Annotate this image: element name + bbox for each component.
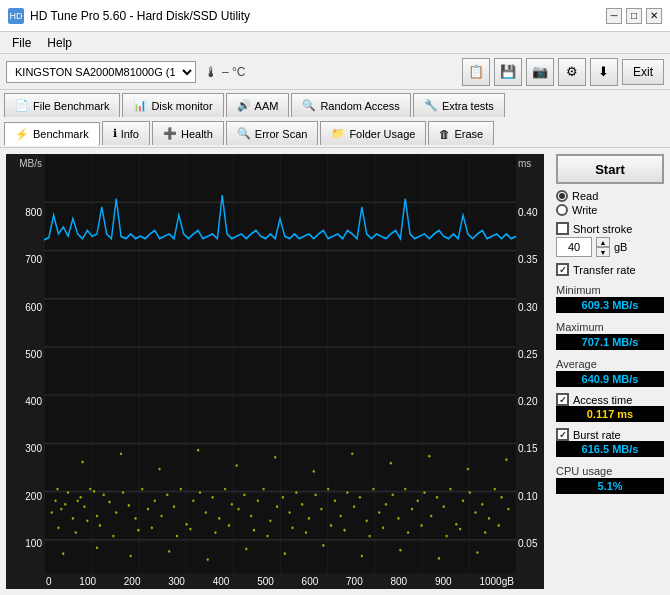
toolbar-btn-4[interactable]: ⚙	[558, 58, 586, 86]
svg-point-27	[122, 491, 124, 494]
transfer-rate-checkbox-item[interactable]: Transfer rate	[556, 263, 664, 276]
svg-point-28	[128, 504, 130, 507]
svg-point-55	[301, 503, 303, 506]
menu-file[interactable]: File	[4, 34, 39, 52]
svg-point-14	[77, 499, 79, 502]
start-button[interactable]: Start	[556, 154, 664, 184]
svg-point-48	[257, 499, 259, 502]
svg-point-118	[176, 535, 178, 538]
x-label-500: 500	[257, 576, 274, 587]
y-axis-left: MB/s 800 700 600 500 400 300 200 100	[6, 154, 44, 589]
toolbar-btn-5[interactable]: ⬇	[590, 58, 618, 86]
svg-point-85	[494, 488, 496, 491]
toolbar-btn-1[interactable]: 📋	[462, 58, 490, 86]
menu-bar: File Help	[0, 32, 670, 54]
svg-point-115	[112, 535, 114, 538]
menu-help[interactable]: Help	[39, 34, 80, 52]
tab-random-access[interactable]: 🔍 Random Access	[291, 93, 410, 117]
y-axis-right: ms 0.40 0.35 0.30 0.25 0.20 0.15 0.10 0.…	[516, 154, 544, 589]
tab-folder-usage[interactable]: 📁 Folder Usage	[320, 121, 426, 145]
svg-point-95	[322, 544, 324, 547]
svg-point-17	[96, 515, 98, 518]
benchmark-icon: ⚡	[15, 128, 29, 141]
minimize-button[interactable]: ─	[606, 8, 622, 24]
svg-point-125	[305, 531, 307, 534]
x-axis-labels: 0 100 200 300 400 500 600 700 800 900 10…	[44, 573, 516, 589]
svg-point-11	[60, 508, 62, 511]
svg-point-88	[62, 552, 64, 555]
drive-dropdown[interactable]: KINGSTON SA2000M81000G (1000 gB)	[6, 61, 196, 83]
tab-aam[interactable]: 🔊 AAM	[226, 93, 290, 117]
svg-point-131	[420, 524, 422, 527]
svg-point-38	[192, 499, 194, 502]
y-right-020: 0.20	[518, 396, 542, 407]
tab-health[interactable]: ➕ Health	[152, 121, 224, 145]
svg-point-103	[197, 449, 199, 452]
radio-read[interactable]: Read	[556, 190, 664, 202]
tab-erase[interactable]: 🗑 Erase	[428, 121, 494, 145]
svg-point-12	[67, 491, 69, 494]
svg-point-106	[313, 470, 315, 473]
spinner-down[interactable]: ▼	[596, 247, 610, 257]
access-time-checkbox	[556, 393, 569, 406]
svg-point-69	[392, 494, 394, 497]
y-left-100: 100	[8, 538, 42, 549]
svg-point-80	[462, 499, 464, 502]
exit-button[interactable]: Exit	[622, 59, 664, 85]
x-label-0: 0	[46, 576, 52, 587]
x-label-400: 400	[213, 576, 230, 587]
access-time-checkbox-item[interactable]: Access time	[556, 393, 664, 406]
svg-point-70	[397, 517, 399, 520]
y-right-035: 0.35	[518, 254, 542, 265]
svg-point-43	[224, 488, 226, 491]
nav-tabs: 📄 File Benchmark 📊 Disk monitor 🔊 AAM 🔍 …	[0, 90, 670, 148]
short-stroke-checkbox-item[interactable]: Short stroke	[556, 222, 664, 235]
toolbar: KINGSTON SA2000M81000G (1000 gB) 🌡 – °C …	[0, 54, 670, 90]
svg-point-46	[243, 494, 245, 497]
svg-point-102	[158, 468, 160, 471]
x-label-1000: 1000gB	[479, 576, 513, 587]
short-stroke-label: Short stroke	[573, 223, 632, 235]
svg-point-50	[269, 519, 271, 522]
svg-point-56	[308, 517, 310, 520]
svg-point-108	[390, 462, 392, 465]
transfer-rate-checkbox	[556, 263, 569, 276]
toolbar-btn-2[interactable]: 💾	[494, 58, 522, 86]
spinner-up[interactable]: ▲	[596, 237, 610, 247]
maximize-button[interactable]: □	[626, 8, 642, 24]
folder-usage-icon: 📁	[331, 127, 345, 140]
burst-rate-checkbox-item[interactable]: Burst rate	[556, 428, 664, 441]
svg-point-40	[205, 511, 207, 514]
svg-point-135	[498, 524, 500, 527]
burst-rate-section: Burst rate 616.5 MB/s	[556, 428, 664, 457]
svg-point-82	[474, 511, 476, 514]
y-left-500: 500	[8, 349, 42, 360]
y-right-005: 0.05	[518, 538, 542, 549]
svg-point-111	[505, 458, 507, 461]
svg-point-62	[346, 491, 348, 494]
average-label: Average	[556, 358, 664, 370]
x-label-300: 300	[168, 576, 185, 587]
tab-extra-tests[interactable]: 🔧 Extra tests	[413, 93, 505, 117]
cpu-usage-value: 5.1%	[556, 478, 664, 494]
radio-write[interactable]: Write	[556, 204, 664, 216]
tab-aam-label: AAM	[255, 100, 279, 112]
svg-point-16	[89, 488, 91, 491]
svg-point-51	[276, 505, 278, 508]
minimum-label: Minimum	[556, 284, 664, 296]
tab-info[interactable]: ℹ Info	[102, 121, 150, 145]
tab-disk-monitor[interactable]: 📊 Disk monitor	[122, 93, 223, 117]
tab-file-benchmark[interactable]: 📄 File Benchmark	[4, 93, 120, 117]
toolbar-btn-3[interactable]: 📷	[526, 58, 554, 86]
tab-error-scan[interactable]: 🔍 Error Scan	[226, 121, 319, 145]
close-button[interactable]: ✕	[646, 8, 662, 24]
short-stroke-input[interactable]: 40	[556, 237, 592, 257]
y-left-600: 600	[8, 302, 42, 313]
svg-point-23	[86, 519, 88, 522]
access-time-section: Access time 0.117 ms	[556, 393, 664, 422]
sidebar: Start Read Write Short stroke 40	[550, 148, 670, 595]
tab-benchmark[interactable]: ⚡ Benchmark	[4, 122, 100, 146]
svg-point-54	[295, 491, 297, 494]
svg-point-119	[189, 528, 191, 531]
burst-rate-label: Burst rate	[573, 429, 621, 441]
